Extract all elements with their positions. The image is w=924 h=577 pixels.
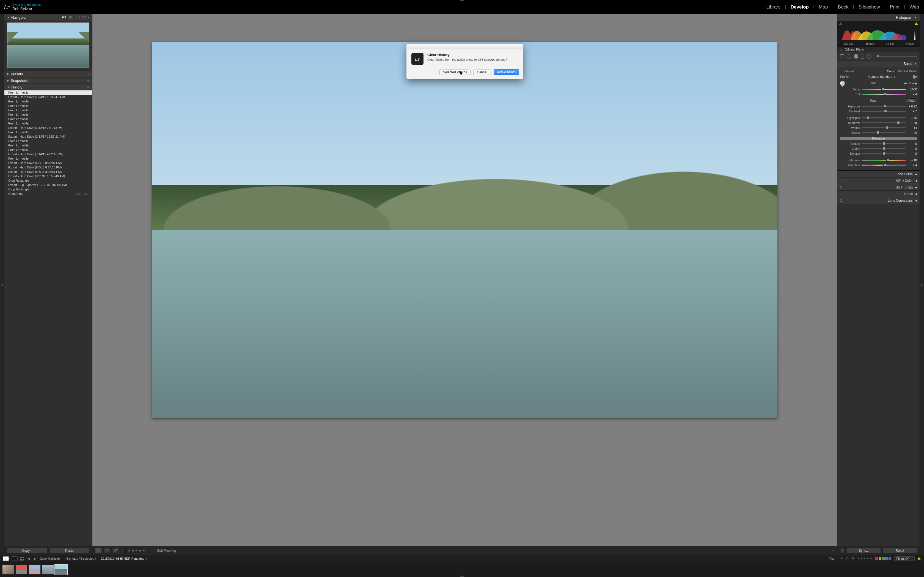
history-item[interactable]: Export - Zip Exporter (10/12/15 9:07:05 … xyxy=(5,183,92,187)
blacks-slider[interactable] xyxy=(862,132,906,133)
history-item[interactable]: Export - Hard Drive (6/3/16 8:26:51 PM) xyxy=(5,169,92,174)
lens-corrections-section[interactable]: Lens Corrections◀ xyxy=(837,197,919,204)
history-item[interactable]: Crop Rectangle xyxy=(5,187,92,192)
saturation-slider[interactable] xyxy=(862,164,906,166)
history-section[interactable]: ▼History × xyxy=(5,84,92,90)
rating-stars[interactable]: ★★★★★ xyxy=(128,549,146,553)
main-photo[interactable] xyxy=(152,42,778,418)
history-item[interactable]: Export - Hard Drive (3/31/16 10:59:40 AM… xyxy=(5,174,92,178)
before-after-split-button[interactable]: Y|Y xyxy=(112,548,120,553)
color-chip[interactable] xyxy=(882,557,885,560)
reset-button[interactable]: Reset xyxy=(883,548,917,554)
highlight-clip-warning-icon[interactable] xyxy=(915,22,918,25)
dehaze-value[interactable]: 0 xyxy=(908,152,917,155)
history-item[interactable]: From Lr mobile xyxy=(5,99,92,103)
history-item[interactable]: Export - Hard Drive (3/12/18 2:51:13 PM) xyxy=(5,126,92,130)
vibrance-value[interactable]: + 18 xyxy=(908,158,917,162)
clarity-value[interactable]: 0 xyxy=(908,147,917,150)
tint-slider[interactable] xyxy=(862,94,906,95)
texture-value[interactable]: 0 xyxy=(908,142,917,145)
panel-switch-icon[interactable] xyxy=(840,200,842,201)
presets-section[interactable]: ▶Presets + xyxy=(5,71,92,77)
nav-back-button[interactable]: ◀ xyxy=(27,557,31,561)
module-develop[interactable]: Develop xyxy=(791,5,809,10)
panel-switch-icon[interactable] xyxy=(840,186,842,189)
history-item[interactable]: Export - Hard Drive (6/3/16 8:27:10 PM) xyxy=(5,165,92,169)
treatment-bw[interactable]: Black & White xyxy=(898,69,917,73)
selected-photos-button[interactable]: Selected Photos xyxy=(439,69,470,75)
panel-switch-icon[interactable] xyxy=(840,180,842,182)
screen-1-button[interactable]: 1 xyxy=(3,556,9,561)
temp-slider[interactable] xyxy=(862,89,906,90)
zoom-fill[interactable]: FILL xyxy=(68,16,74,19)
color-chip[interactable] xyxy=(876,557,878,560)
shadow-clip-warning-icon[interactable] xyxy=(839,22,842,25)
active-photo-button[interactable]: Active Photo xyxy=(494,69,519,75)
history-item[interactable]: Export - Hard Drive (2/13/17 12:57:21 PM… xyxy=(5,134,92,139)
history-item[interactable]: From Lr mobile xyxy=(5,156,92,161)
highlights-slider[interactable] xyxy=(862,117,906,118)
flag-rejected-icon[interactable]: ⚑ xyxy=(852,557,855,561)
cancel-button[interactable]: Cancel xyxy=(473,69,491,75)
saturation-value[interactable]: + 4 xyxy=(908,163,917,167)
filmstrip-path[interactable]: Quick Collection 5 photos / 5 selected /… xyxy=(40,557,148,560)
module-library[interactable]: Library xyxy=(766,5,780,10)
crop-tool-icon[interactable] xyxy=(840,55,844,58)
clarity-slider[interactable] xyxy=(862,148,906,149)
zoom-more-icon[interactable]: ▸ xyxy=(88,16,89,19)
history-item[interactable]: From Lr mobile xyxy=(5,143,92,148)
history-item[interactable]: From Lr mobile xyxy=(5,139,92,143)
before-after-button[interactable]: B|A xyxy=(103,548,111,553)
navigator-preview[interactable] xyxy=(7,23,89,68)
paste-button[interactable]: Paste xyxy=(50,548,90,554)
add-preset-button[interactable]: + xyxy=(87,72,89,76)
loupe-view-button[interactable]: ▭ xyxy=(95,548,102,553)
flag-filter-icon[interactable]: ⚑ xyxy=(840,557,843,561)
tone-curve-section[interactable]: Tone Curve◀ xyxy=(837,171,919,177)
zoom-fit[interactable]: FIT xyxy=(62,16,66,19)
snapshots-section[interactable]: ▶Snapshots + xyxy=(5,77,92,84)
original-photo-toggle[interactable]: Original Photo xyxy=(837,47,919,52)
left-panel-toggle[interactable]: ◀ xyxy=(0,14,5,555)
hsl-color-section[interactable]: HSL / Color◀ xyxy=(837,177,919,184)
history-item[interactable]: From Lr mobile xyxy=(5,117,92,121)
profile-dropdown[interactable]: Camera Standard xyxy=(869,75,892,78)
color-label-filter[interactable] xyxy=(876,557,891,560)
mask-amount-slider[interactable] xyxy=(876,56,917,56)
toolbar-overflow-menu[interactable]: ▼ xyxy=(832,549,834,552)
history-item[interactable]: From Lr mobile xyxy=(5,90,92,95)
redeye-tool-icon[interactable] xyxy=(854,54,858,58)
dialog-titlebar[interactable] xyxy=(407,44,523,49)
add-snapshot-button[interactable]: + xyxy=(87,78,89,83)
right-panel-toggle[interactable]: ▶ xyxy=(919,14,924,555)
panel-switch-icon[interactable] xyxy=(840,193,842,195)
highlights-value[interactable]: – 76 xyxy=(908,116,917,119)
thumbnail[interactable] xyxy=(15,565,27,575)
history-item[interactable]: From Lr mobile xyxy=(5,112,92,117)
history-item[interactable]: Export - Hard Drive (7/14/16 4:02:11 PM) xyxy=(5,152,92,156)
whites-slider[interactable] xyxy=(862,127,906,128)
wb-picker-icon[interactable] xyxy=(839,80,846,87)
blacks-value[interactable]: – 26 xyxy=(908,131,917,134)
history-item[interactable]: From Lr mobile xyxy=(5,121,92,126)
module-book[interactable]: Book xyxy=(838,5,849,10)
filter-preset-dropdown[interactable]: Filters Off xyxy=(894,556,915,561)
thumbnail[interactable] xyxy=(2,565,14,575)
module-map[interactable]: Map xyxy=(819,5,828,10)
module-slideshow[interactable]: Slideshow xyxy=(859,5,880,10)
previous-settings-switch[interactable]: ▪ xyxy=(840,548,845,554)
whites-value[interactable]: + 14 xyxy=(908,126,917,129)
tint-value[interactable]: + 4 xyxy=(908,93,917,96)
history-item[interactable]: From Lr mobile xyxy=(5,108,92,112)
history-item[interactable]: From Lr mobile xyxy=(5,130,92,134)
exposure-value[interactable]: + 0.22 xyxy=(908,105,917,108)
filter-lock-icon[interactable]: 🔒 xyxy=(918,557,921,560)
thumbnail[interactable] xyxy=(55,565,67,575)
clear-history-button[interactable]: × xyxy=(87,85,89,89)
history-item[interactable]: Export - Hard Drive (12/4/19 10:39:47 AM… xyxy=(5,95,92,99)
gradient-tool-icon[interactable] xyxy=(861,54,864,58)
history-item[interactable]: Crop Angle-1.62 -1.62 xyxy=(5,192,92,196)
thumbnail[interactable] xyxy=(29,565,41,575)
histogram[interactable]: ISO 100 35 mm ƒ / 8.0 ⅕ sec xyxy=(837,21,919,47)
radial-tool-icon[interactable] xyxy=(867,54,871,58)
